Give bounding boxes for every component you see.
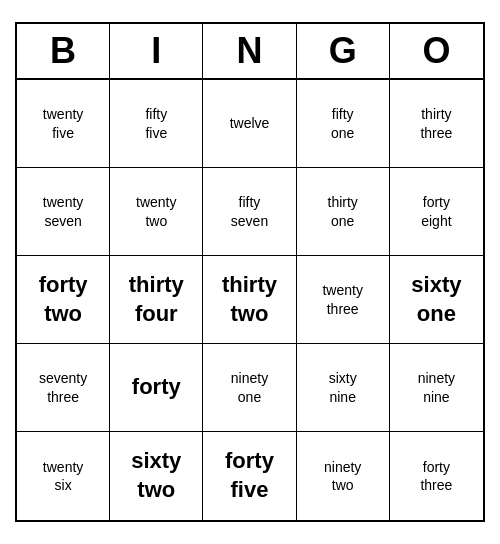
- bingo-header: BINGO: [17, 24, 483, 80]
- cell-value: twentytwo: [136, 193, 176, 229]
- cell-value: twentythree: [322, 281, 362, 317]
- cell-value: sixtyone: [411, 271, 461, 328]
- bingo-cell: twelve: [203, 80, 296, 168]
- bingo-cell: fiftyfive: [110, 80, 203, 168]
- cell-value: twentysix: [43, 458, 83, 494]
- bingo-cell: ninetynine: [390, 344, 483, 432]
- bingo-cell: fortythree: [390, 432, 483, 520]
- header-letter: N: [203, 24, 296, 78]
- bingo-card: BINGO twentyfivefiftyfivetwelvefiftyonet…: [15, 22, 485, 522]
- bingo-cell: twentythree: [297, 256, 390, 344]
- bingo-cell: sixtytwo: [110, 432, 203, 520]
- cell-value: fortyfive: [225, 447, 274, 504]
- bingo-cell: fortytwo: [17, 256, 110, 344]
- bingo-cell: thirtyone: [297, 168, 390, 256]
- cell-value: twentyfive: [43, 105, 83, 141]
- cell-value: fiftyseven: [231, 193, 268, 229]
- header-letter: O: [390, 24, 483, 78]
- header-letter: I: [110, 24, 203, 78]
- bingo-cell: ninetytwo: [297, 432, 390, 520]
- bingo-cell: seventythree: [17, 344, 110, 432]
- cell-value: sixtynine: [329, 369, 357, 405]
- cell-value: thirtyfour: [129, 271, 184, 328]
- cell-value: fiftyone: [331, 105, 354, 141]
- bingo-cell: forty: [110, 344, 203, 432]
- cell-value: twelve: [230, 114, 270, 132]
- cell-value: forty: [132, 373, 181, 402]
- bingo-cell: thirtytwo: [203, 256, 296, 344]
- cell-value: twentyseven: [43, 193, 83, 229]
- cell-value: fortyeight: [421, 193, 451, 229]
- bingo-cell: fiftyone: [297, 80, 390, 168]
- bingo-cell: twentyseven: [17, 168, 110, 256]
- cell-value: ninetyone: [231, 369, 268, 405]
- header-letter: G: [297, 24, 390, 78]
- cell-value: fiftyfive: [145, 105, 167, 141]
- cell-value: seventythree: [39, 369, 87, 405]
- cell-value: fortytwo: [39, 271, 88, 328]
- cell-value: thirtythree: [420, 105, 452, 141]
- bingo-cell: sixtynine: [297, 344, 390, 432]
- header-letter: B: [17, 24, 110, 78]
- bingo-cell: ninetyone: [203, 344, 296, 432]
- cell-value: thirtytwo: [222, 271, 277, 328]
- bingo-cell: fortyfive: [203, 432, 296, 520]
- bingo-grid: twentyfivefiftyfivetwelvefiftyonethirtyt…: [17, 80, 483, 520]
- bingo-cell: fortyeight: [390, 168, 483, 256]
- cell-value: fortythree: [420, 458, 452, 494]
- cell-value: ninetytwo: [324, 458, 361, 494]
- bingo-cell: sixtyone: [390, 256, 483, 344]
- bingo-cell: thirtyfour: [110, 256, 203, 344]
- cell-value: ninetynine: [418, 369, 455, 405]
- bingo-cell: twentysix: [17, 432, 110, 520]
- bingo-cell: thirtythree: [390, 80, 483, 168]
- bingo-cell: twentytwo: [110, 168, 203, 256]
- bingo-cell: fiftyseven: [203, 168, 296, 256]
- cell-value: sixtytwo: [131, 447, 181, 504]
- cell-value: thirtyone: [328, 193, 358, 229]
- bingo-cell: twentyfive: [17, 80, 110, 168]
